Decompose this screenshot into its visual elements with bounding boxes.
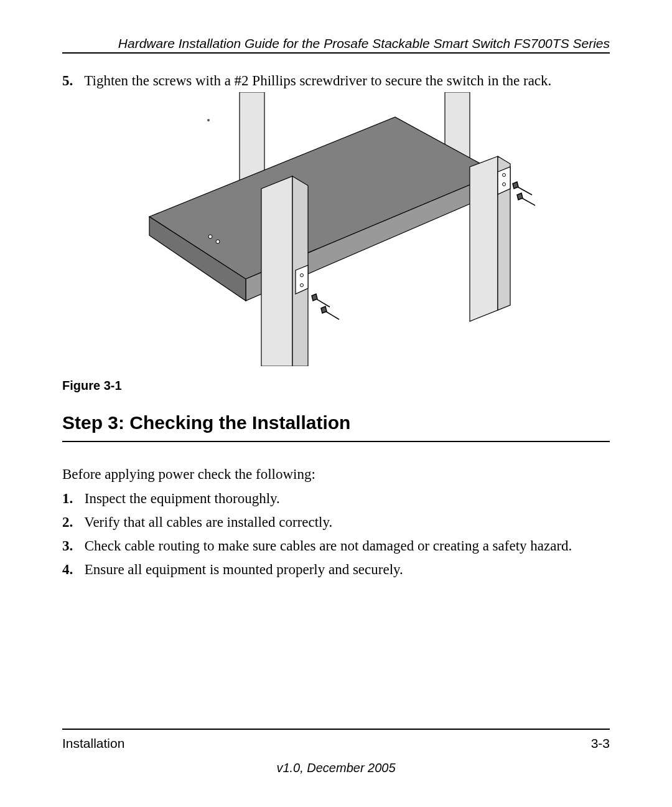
footer-version: v1.0, December 2005: [0, 761, 672, 775]
list-item-number: 4.: [62, 562, 81, 578]
svg-point-23: [208, 235, 212, 238]
footer-page-number: 3-3: [591, 736, 610, 751]
section-heading: Step 3: Checking the Installation: [62, 412, 610, 433]
section-intro: Before applying power check the followin…: [62, 466, 610, 483]
step-5-number: 5.: [62, 73, 81, 89]
list-item-number: 1.: [62, 491, 81, 507]
step-5-text: Tighten the screws with a #2 Phillips sc…: [84, 73, 551, 88]
list-item-text: Ensure all equipment is mounted properly…: [85, 562, 403, 577]
svg-marker-22: [517, 193, 523, 200]
list-item-text: Check cable routing to make sure cables …: [85, 538, 572, 554]
check-list: 1. Inspect the equipment thoroughly. 2. …: [62, 491, 610, 585]
list-item: 4. Ensure all equipment is mounted prope…: [62, 562, 610, 578]
header-rule: [62, 52, 610, 54]
svg-point-25: [207, 119, 210, 121]
list-item: 2. Verify that all cables are installed …: [62, 514, 610, 531]
svg-point-14: [503, 183, 506, 186]
rack-mount-illustration-icon: [137, 92, 535, 366]
list-item-number: 3.: [62, 538, 81, 554]
page: Hardware Installation Guide for the Pros…: [0, 0, 672, 807]
list-item: 3. Check cable routing to make sure cabl…: [62, 538, 610, 554]
footer-section-name: Installation: [62, 736, 124, 751]
footer-rule: [62, 729, 610, 730]
figure-3-1: [62, 92, 610, 366]
svg-marker-20: [513, 182, 518, 189]
svg-point-13: [503, 174, 506, 177]
list-item-text: Inspect the equipment thoroughly.: [85, 491, 280, 506]
running-header: Hardware Installation Guide for the Pros…: [62, 36, 610, 51]
list-item-text: Verify that all cables are installed cor…: [84, 514, 332, 530]
step-5: 5. Tighten the screws with a #2 Phillips…: [62, 73, 610, 89]
svg-marker-16: [312, 294, 317, 301]
svg-marker-18: [321, 306, 327, 313]
svg-marker-7: [470, 156, 498, 321]
figure-caption: Figure 3-1: [62, 379, 122, 393]
list-item: 1. Inspect the equipment thoroughly.: [62, 491, 610, 507]
section-heading-rule: [62, 441, 610, 442]
svg-point-24: [216, 240, 220, 243]
svg-marker-5: [261, 176, 292, 366]
list-item-number: 2.: [62, 514, 81, 531]
svg-point-10: [301, 274, 304, 277]
svg-point-11: [301, 284, 304, 287]
